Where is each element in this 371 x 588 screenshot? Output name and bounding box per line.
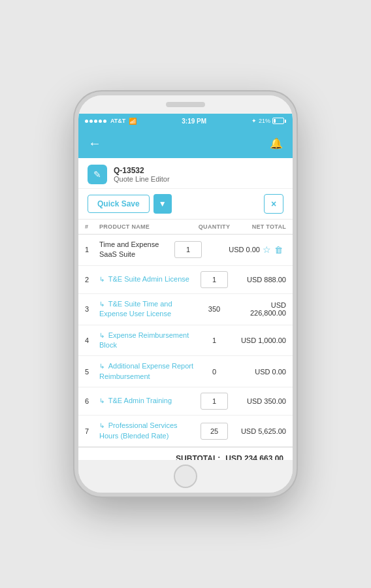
quantity-input[interactable] xyxy=(174,241,202,258)
bluetooth-icon: ✦ xyxy=(251,118,257,124)
quantity-cell xyxy=(195,393,234,410)
net-total: USD 350.00 xyxy=(234,397,286,405)
child-arrow-icon: ↳ xyxy=(99,422,106,429)
col-header-qty: QUANTITY xyxy=(195,223,234,230)
net-total: USD 888.00 xyxy=(234,276,286,284)
row-num: 4 xyxy=(85,336,99,344)
quote-number: Q-13532 xyxy=(114,166,170,175)
row-num: 1 xyxy=(85,246,99,253)
net-total: USD 5,625.00 xyxy=(234,427,286,435)
quantity-static: 0 xyxy=(195,368,234,376)
star-icon[interactable]: ☆ xyxy=(263,244,271,255)
quantity-static: 1 xyxy=(195,336,234,344)
dropdown-arrow-icon: ▼ xyxy=(159,199,167,208)
notifications-button[interactable]: 🔔 xyxy=(270,137,283,150)
nav-bar: ← 🔔 xyxy=(78,128,293,158)
quantity-cell xyxy=(169,241,208,258)
child-arrow-icon: ↳ xyxy=(99,301,106,308)
col-header-name: PRODUCT NAME xyxy=(99,223,195,230)
phone-bottom xyxy=(78,460,293,493)
col-header-num: # xyxy=(85,223,99,230)
product-name: ↳ T&E Suite Admin License xyxy=(99,274,195,284)
row-num: 5 xyxy=(85,368,99,376)
table-row: 1 Time and Expense SaaS Suite USD 0.00 ☆… xyxy=(78,235,293,266)
quantity-cell xyxy=(195,271,234,288)
row-num: 3 xyxy=(85,305,99,313)
delete-icon[interactable]: 🗑 xyxy=(274,245,283,255)
quote-subtitle: Quote Line Editor xyxy=(114,175,170,183)
child-arrow-icon: ↳ xyxy=(99,332,106,339)
quantity-cell: 1 xyxy=(195,336,234,344)
phone-frame: AT&T 📶 3:19 PM ✦ 21% ← 🔔 xyxy=(74,91,297,497)
wifi-icon: 📶 xyxy=(129,118,137,125)
table-row: 7 ↳ Professional Services Hours (Blended… xyxy=(78,416,293,447)
net-total: USD 1,000.00 xyxy=(234,336,286,344)
content-area: ✎ Q-13532 Quote Line Editor Quick Save ▼… xyxy=(78,158,293,460)
row-num: 6 xyxy=(85,397,99,405)
quote-icon: ✎ xyxy=(88,165,107,184)
battery-indicator xyxy=(272,118,286,124)
home-button[interactable] xyxy=(174,465,197,488)
net-total: USD 226,800.00 xyxy=(234,301,286,317)
product-name: ↳ Additional Expense Report Reimbursemen… xyxy=(99,361,195,382)
table-row: 4 ↳ Expense Reimbursement Block 1 USD 1,… xyxy=(78,325,293,357)
quick-save-button[interactable]: Quick Save xyxy=(88,195,150,213)
status-right: ✦ 21% xyxy=(251,118,286,124)
phone-top-bar xyxy=(78,95,293,114)
subtotal-label: SUBTOTAL: xyxy=(176,454,220,460)
row-num: 2 xyxy=(85,276,99,284)
product-name: Time and Expense SaaS Suite xyxy=(99,240,169,260)
signal-bars xyxy=(85,120,106,123)
net-total: USD 0.00 xyxy=(234,368,286,376)
quantity-cell xyxy=(195,423,234,440)
dropdown-button[interactable]: ▼ xyxy=(153,194,172,214)
child-arrow-icon: ↳ xyxy=(99,276,106,283)
carrier-label: AT&T xyxy=(110,118,125,124)
time-display: 3:19 PM xyxy=(182,118,206,125)
quote-info: Q-13532 Quote Line Editor xyxy=(114,166,170,183)
phone-notch xyxy=(166,102,205,107)
col-header-total: NET TOTAL xyxy=(234,223,286,230)
row-actions: ☆ 🗑 xyxy=(260,244,286,255)
table-header: # PRODUCT NAME QUANTITY NET TOTAL xyxy=(78,220,293,235)
quantity-input[interactable] xyxy=(201,393,228,410)
child-arrow-icon: ↳ xyxy=(99,363,106,370)
product-name: ↳ T&E Suite Time and Expense User Licens… xyxy=(99,299,195,319)
quantity-input[interactable] xyxy=(201,271,228,288)
table-row: 5 ↳ Additional Expense Report Reimbursem… xyxy=(78,356,293,387)
battery-pct: 21% xyxy=(259,118,270,124)
toolbar: Quick Save ▼ × xyxy=(78,189,293,220)
quantity-cell: 0 xyxy=(195,368,234,376)
product-name: ↳ T&E Admin Training xyxy=(99,396,195,406)
back-button[interactable]: ← xyxy=(88,136,101,151)
quantity-static: 350 xyxy=(195,305,234,313)
table-row: 3 ↳ T&E Suite Time and Expense User Lice… xyxy=(78,294,293,325)
status-bar: AT&T 📶 3:19 PM ✦ 21% xyxy=(78,114,293,128)
table-row: 2 ↳ T&E Suite Admin License USD 888.00 xyxy=(78,266,293,294)
quote-header: ✎ Q-13532 Quote Line Editor xyxy=(78,158,293,189)
child-arrow-icon: ↳ xyxy=(99,397,106,404)
status-left: AT&T 📶 xyxy=(85,118,137,125)
product-name: ↳ Professional Services Hours (Blended R… xyxy=(99,421,195,441)
quantity-cell: 350 xyxy=(195,305,234,313)
net-total: USD 0.00 xyxy=(208,246,260,253)
close-button[interactable]: × xyxy=(264,194,283,214)
product-name: ↳ Expense Reimbursement Block xyxy=(99,331,195,351)
row-num: 7 xyxy=(85,427,99,435)
phone-screen: AT&T 📶 3:19 PM ✦ 21% ← 🔔 xyxy=(78,114,293,460)
table-row: 6 ↳ T&E Admin Training USD 350.00 xyxy=(78,387,293,416)
subtotal-row: SUBTOTAL: USD 234,663.00 xyxy=(78,447,293,460)
quantity-input[interactable] xyxy=(201,423,228,440)
subtotal-value: USD 234,663.00 xyxy=(225,454,283,460)
